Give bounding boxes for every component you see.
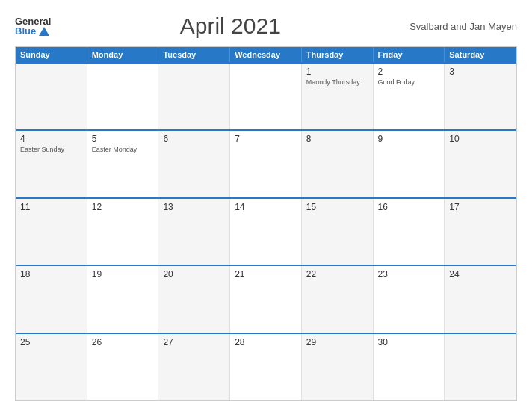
day-number: 20 (163, 269, 225, 279)
day-number: 6 (163, 134, 225, 144)
calendar-cell: 23 (374, 266, 445, 332)
calendar-cell: 29 (302, 334, 374, 400)
calendar-cell (158, 64, 230, 129)
page-header: General Blue April 2021 Svalbard and Jan… (15, 13, 517, 39)
day-number: 22 (306, 269, 368, 279)
day-number: 11 (20, 202, 82, 212)
calendar-cell: 20 (158, 266, 230, 332)
header-thursday: Thursday (302, 47, 374, 62)
calendar-cell: 18 (16, 266, 87, 332)
header-friday: Friday (374, 47, 445, 62)
calendar-cell: 5Easter Monday (87, 131, 159, 197)
calendar-grid: Sunday Monday Tuesday Wednesday Thursday… (15, 46, 517, 401)
calendar-body: 1Maundy Thursday2Good Friday34Easter Sun… (16, 62, 516, 400)
day-number: 15 (306, 202, 368, 212)
calendar-page: General Blue April 2021 Svalbard and Jan… (0, 0, 532, 411)
calendar-week-3: 11121314151617 (16, 197, 516, 265)
calendar-cell: 6 (158, 131, 230, 197)
day-number: 29 (306, 337, 368, 347)
header-saturday: Saturday (445, 47, 516, 62)
day-number: 18 (20, 269, 82, 279)
day-number: 30 (378, 337, 440, 347)
calendar-week-1: 1Maundy Thursday2Good Friday3 (16, 62, 516, 129)
calendar-cell: 25 (16, 334, 87, 400)
calendar-cell: 8 (302, 131, 374, 197)
calendar-cell: 10 (445, 131, 516, 197)
calendar-cell: 3 (445, 64, 516, 129)
calendar-cell: 17 (445, 199, 516, 265)
logo-blue-text: Blue (15, 26, 36, 36)
logo-triangle-icon (39, 27, 49, 36)
day-number: 9 (378, 134, 440, 144)
calendar-cell: 7 (230, 131, 302, 197)
region-label: Svalbard and Jan Mayen (409, 21, 517, 32)
calendar-cell: 24 (445, 266, 516, 332)
day-number: 17 (449, 202, 512, 212)
header-sunday: Sunday (16, 47, 87, 62)
calendar-cell: 15 (302, 199, 374, 265)
holiday-label: Easter Sunday (20, 146, 82, 154)
header-tuesday: Tuesday (158, 47, 230, 62)
day-number: 24 (449, 269, 512, 279)
day-number: 27 (163, 337, 225, 347)
calendar-cell: 27 (158, 334, 230, 400)
calendar-cell (230, 64, 302, 129)
day-number: 21 (235, 269, 297, 279)
calendar-cell: 30 (374, 334, 445, 400)
calendar-cell: 13 (158, 199, 230, 265)
calendar-cell (16, 64, 87, 129)
day-number: 10 (449, 134, 512, 144)
calendar-cell (445, 334, 516, 400)
day-number: 5 (92, 134, 154, 144)
calendar-cell: 12 (87, 199, 159, 265)
calendar-cell: 26 (87, 334, 159, 400)
holiday-label: Good Friday (378, 78, 440, 87)
day-number: 1 (306, 67, 368, 77)
calendar-cell: 16 (374, 199, 445, 265)
day-number: 13 (163, 202, 225, 212)
holiday-label: Easter Monday (92, 146, 154, 154)
day-number: 25 (20, 337, 82, 347)
calendar-cell: 1Maundy Thursday (302, 64, 374, 129)
calendar-week-5: 252627282930 (16, 333, 516, 400)
calendar-week-2: 4Easter Sunday5Easter Monday678910 (16, 129, 516, 197)
calendar-cell: 14 (230, 199, 302, 265)
calendar-cell: 4Easter Sunday (16, 131, 87, 197)
calendar-cell: 19 (87, 266, 159, 332)
header-monday: Monday (87, 47, 159, 62)
calendar-cell: 22 (302, 266, 374, 332)
day-number: 23 (378, 269, 440, 279)
day-number: 12 (92, 202, 154, 212)
day-number: 7 (235, 134, 297, 144)
calendar-cell: 28 (230, 334, 302, 400)
day-number: 16 (378, 202, 440, 212)
calendar-week-4: 18192021222324 (16, 265, 516, 332)
header-wednesday: Wednesday (230, 47, 302, 62)
logo-blue-row: Blue (15, 26, 51, 36)
logo: General Blue (15, 16, 51, 36)
day-number: 4 (20, 134, 82, 144)
calendar-header: Sunday Monday Tuesday Wednesday Thursday… (16, 47, 516, 62)
day-number: 19 (92, 269, 154, 279)
calendar-cell (87, 64, 159, 129)
day-number: 28 (235, 337, 297, 347)
day-number: 8 (306, 134, 368, 144)
calendar-cell: 21 (230, 266, 302, 332)
day-number: 14 (235, 202, 297, 212)
calendar-cell: 9 (374, 131, 445, 197)
holiday-label: Maundy Thursday (306, 78, 368, 87)
day-number: 26 (92, 337, 154, 347)
month-title: April 2021 (51, 13, 409, 39)
calendar-cell: 11 (16, 199, 87, 265)
day-number: 3 (449, 67, 512, 77)
calendar-cell: 2Good Friday (374, 64, 445, 129)
day-number: 2 (378, 67, 440, 77)
